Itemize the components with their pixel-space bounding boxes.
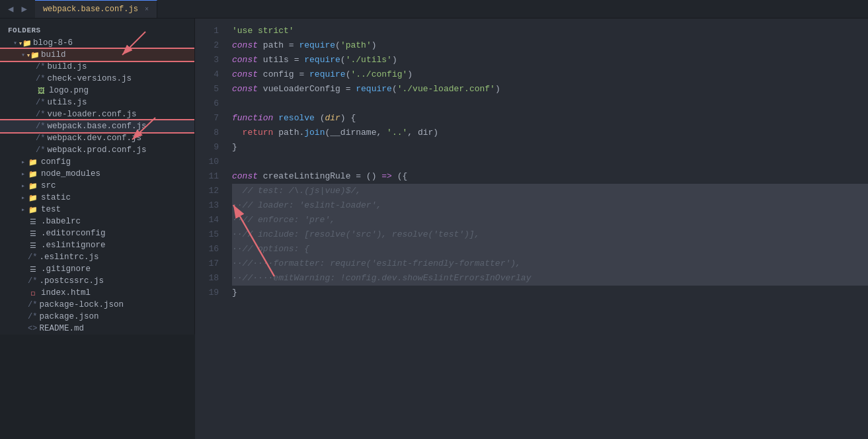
file-tree: FOLDERS ▾📁 blog-8-6 ▾📁 build /* build.js: [0, 19, 195, 335]
folder-icon: 📁: [28, 169, 38, 179]
sidebar-item-webpack-prod-conf[interactable]: /* webpack.prod.conf.js: [0, 144, 194, 156]
tab-label: webpack.base.conf.js: [43, 5, 138, 14]
item-label: .eslintignore: [41, 241, 106, 250]
item-label: src: [41, 181, 56, 190]
file-icon: ◻: [28, 288, 38, 298]
sidebar-item-node-modules[interactable]: 📁 node_modules: [0, 168, 194, 180]
code-line-11: const createLintingRule = () => ({: [232, 169, 868, 184]
item-label: webpack.base.conf.js: [47, 122, 146, 131]
item-label: config: [41, 157, 71, 167]
item-label: README.md: [39, 324, 84, 333]
nav-forward-button[interactable]: ▶: [19, 2, 29, 16]
item-label: build: [41, 50, 66, 60]
item-label: static: [41, 193, 71, 202]
chevron-icon: [19, 193, 28, 202]
item-label: package-lock.json: [39, 300, 124, 309]
sidebar-item-editorconfig[interactable]: ☰ .editorconfig: [0, 227, 194, 239]
active-tab[interactable]: webpack.base.conf.js ×: [35, 0, 157, 18]
sidebar-item-blog-8-6[interactable]: ▾📁 blog-8-6: [0, 37, 194, 49]
file-icon: ☰: [28, 229, 38, 238]
file-comment: <>: [28, 324, 37, 333]
sidebar-item-build-js[interactable]: /* build.js: [0, 61, 194, 73]
code-line-9: }: [232, 140, 868, 155]
sidebar-wrapper: FOLDERS ▾📁 blog-8-6 ▾📁 build /* build.js: [0, 19, 195, 439]
chevron-icon: [19, 169, 28, 179]
folders-header: FOLDERS: [0, 21, 194, 37]
nav-arrows: ◀ ▶: [5, 2, 30, 16]
item-label: blog-8-6: [33, 38, 73, 48]
code-line-7: function resolve (dir) {: [232, 111, 868, 126]
sidebar-item-utils-js[interactable]: /* utils.js: [0, 97, 194, 108]
code-line-10: [232, 155, 868, 169]
nav-back-button[interactable]: ◀: [5, 2, 16, 16]
sidebar-item-test[interactable]: 📁 test: [0, 204, 194, 216]
sidebar-item-eslintrc-js[interactable]: /* .eslintrc.js: [0, 251, 194, 263]
code-line-14: ··// enforce: 'pre',: [232, 213, 868, 227]
image-icon: 🖼: [36, 86, 46, 95]
sidebar-item-build[interactable]: ▾📁 build: [0, 49, 194, 61]
file-icon: ☰: [28, 217, 38, 226]
sidebar-item-src[interactable]: 📁 src: [0, 180, 194, 192]
code-line-3: const utils = require('./utils'): [232, 53, 868, 67]
editor-area: 1 2 3 4 5 6 7 8 9 10 11 12 13 14 15 16 1: [195, 19, 868, 439]
file-icon: ☰: [28, 241, 38, 250]
sidebar-item-gitignore[interactable]: ☰ .gitignore: [0, 263, 194, 275]
file-comment: /*: [36, 134, 45, 143]
sidebar-item-static[interactable]: 📁 static: [0, 192, 194, 204]
folder-icon: 📁: [28, 193, 38, 202]
code-line-2: const path = require('path'): [232, 38, 868, 53]
folder-icon: 📁: [28, 181, 38, 190]
code-content: 'use strict' const path = require('path'…: [227, 19, 868, 439]
sidebar-item-check-versions[interactable]: /* check-versions.js: [0, 73, 194, 85]
sidebar-item-index-html[interactable]: ◻ index.html: [0, 287, 194, 299]
folder-icon: ▾📁: [28, 50, 38, 60]
chevron-icon: [19, 157, 28, 167]
sidebar-item-webpack-base-conf[interactable]: /* webpack.base.conf.js: [0, 120, 194, 132]
sidebar-item-webpack-dev-conf[interactable]: /* webpack.dev.conf.js: [0, 132, 194, 144]
sidebar-item-logo-png[interactable]: 🖼 logo.png: [0, 85, 194, 97]
top-bar: ◀ ▶ webpack.base.conf.js ×: [0, 0, 868, 19]
code-line-15: ··// include: [resolve('src'), resolve('…: [232, 227, 868, 242]
folder-icon: ▾📁: [20, 38, 30, 48]
file-comment: /*: [36, 98, 45, 107]
code-line-13: ··// loader: 'eslint-loader',: [232, 198, 868, 213]
code-editor[interactable]: 1 2 3 4 5 6 7 8 9 10 11 12 13 14 15 16 1: [195, 19, 868, 439]
chevron-icon: [19, 181, 28, 190]
item-label: logo.png: [49, 86, 89, 95]
item-label: .editorconfig: [41, 229, 106, 238]
code-container: 1 2 3 4 5 6 7 8 9 10 11 12 13 14 15 16 1: [195, 19, 868, 439]
sidebar-item-babelrc[interactable]: ☰ .babelrc: [0, 216, 194, 227]
sidebar-item-eslintignore[interactable]: ☰ .eslintignore: [0, 239, 194, 251]
file-comment: /*: [36, 74, 45, 83]
item-label: index.html: [41, 288, 91, 298]
sidebar-item-vue-loader-conf[interactable]: /* vue-loader.conf.js: [0, 108, 194, 120]
file-comment: /*: [36, 145, 45, 155]
sidebar-item-config[interactable]: 📁 config: [0, 156, 194, 168]
code-line-12: // test: /\.(js|vue)$/,: [232, 184, 868, 198]
sidebar-item-package-lock-json[interactable]: /* package-lock.json: [0, 299, 194, 311]
file-comment: /*: [28, 312, 37, 321]
code-line-1: 'use strict': [232, 24, 868, 38]
code-line-16: ··// options: {: [232, 242, 868, 257]
item-label: node_modules: [41, 169, 100, 179]
sidebar-item-package-json[interactable]: /* package.json: [0, 311, 194, 323]
code-line-19: }: [232, 286, 868, 300]
file-comment: /*: [28, 276, 37, 286]
code-line-18: ··//····emitWarning: !config.dev.showEsl…: [232, 271, 868, 286]
folder-icon: 📁: [28, 205, 38, 214]
sidebar-item-postcssrc-js[interactable]: /* .postcssrc.js: [0, 275, 194, 287]
code-line-5: const vueLoaderConfig = require('./vue-l…: [232, 82, 868, 97]
item-label: webpack.dev.conf.js: [47, 134, 141, 143]
line-numbers: 1 2 3 4 5 6 7 8 9 10 11 12 13 14 15 16 1: [195, 19, 227, 439]
folder-icon: 📁: [28, 157, 38, 167]
main-layout: FOLDERS ▾📁 blog-8-6 ▾📁 build /* build.js: [0, 19, 868, 439]
sidebar-item-readme-md[interactable]: <> README.md: [0, 323, 194, 335]
item-label: .eslintrc.js: [39, 253, 99, 262]
file-comment: /*: [36, 122, 45, 131]
code-line-17: ··//····formatter: require('eslint-frien…: [232, 257, 868, 271]
file-comment: /*: [36, 62, 45, 71]
item-label: build.js: [47, 62, 87, 71]
tab-bar: webpack.base.conf.js ×: [35, 0, 157, 18]
tab-close-button[interactable]: ×: [145, 6, 149, 13]
file-icon: ☰: [28, 264, 38, 274]
